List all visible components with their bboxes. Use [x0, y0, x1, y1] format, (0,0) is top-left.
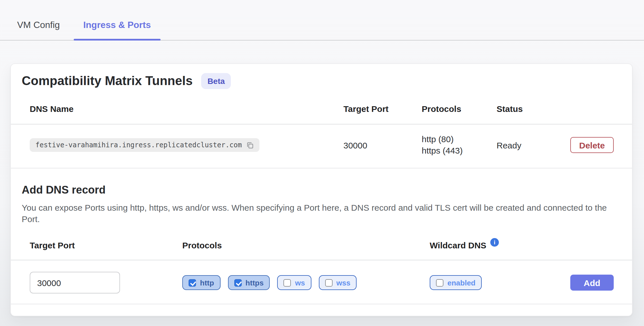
- label-protocols: Protocols: [182, 240, 430, 250]
- add-form-header: Target Port Protocols Wildcard DNS i: [11, 240, 632, 260]
- add-button[interactable]: Add: [570, 275, 614, 291]
- col-header-status: Status: [497, 104, 570, 114]
- protocol-checkbox-group: http https ws wss: [182, 275, 430, 290]
- tunnels-table-header: DNS Name Target Port Protocols Status: [11, 104, 632, 124]
- row-target-port: 30000: [343, 140, 422, 150]
- col-header-dns-name: DNS Name: [30, 104, 343, 114]
- row-protocol-https: https (443): [422, 145, 497, 156]
- wildcard-enabled-checkbox[interactable]: enabled: [430, 275, 482, 290]
- protocol-label-http: http: [200, 278, 214, 287]
- dns-name-pill: festive-varahamihira.ingress.replicatedc…: [30, 138, 259, 152]
- col-header-protocols: Protocols: [422, 104, 497, 114]
- protocol-label-https: https: [245, 278, 264, 287]
- beta-badge: Beta: [201, 73, 231, 89]
- label-target-port: Target Port: [30, 240, 182, 250]
- dns-name-text: festive-varahamihira.ingress.replicatedc…: [35, 141, 242, 149]
- protocol-label-wss: wss: [336, 278, 350, 287]
- info-icon[interactable]: i: [490, 238, 499, 247]
- protocol-label-ws: ws: [295, 278, 305, 287]
- tab-vm-config[interactable]: VM Config: [17, 10, 60, 40]
- protocol-checkbox-http[interactable]: http: [182, 275, 220, 290]
- ingress-ports-page: VM Config Ingress & Ports Compatibility …: [0, 0, 644, 326]
- col-header-target-port: Target Port: [343, 104, 422, 114]
- protocol-checkbox-wss[interactable]: wss: [319, 275, 357, 290]
- compatibility-matrix-tunnels-card: Compatibility Matrix Tunnels Beta DNS Na…: [10, 63, 633, 316]
- card-header: Compatibility Matrix Tunnels Beta: [11, 64, 632, 89]
- row-protocol-http: http (80): [422, 134, 497, 145]
- checkbox-unchecked-icon: [436, 279, 443, 286]
- checkbox-checked-icon: [189, 279, 196, 286]
- table-row: festive-varahamihira.ingress.replicatedc…: [11, 124, 632, 168]
- add-dns-record-description: You can expose Ports using http, https, …: [22, 202, 619, 224]
- add-form-row: http https ws wss enabled: [11, 260, 632, 304]
- add-dns-record-title: Add DNS record: [22, 183, 621, 197]
- card-title: Compatibility Matrix Tunnels: [22, 73, 193, 89]
- protocol-checkbox-ws[interactable]: ws: [277, 275, 311, 290]
- checkbox-unchecked-icon: [325, 279, 332, 286]
- delete-button[interactable]: Delete: [570, 137, 614, 153]
- target-port-input[interactable]: [30, 272, 120, 293]
- wildcard-enabled-label: enabled: [447, 278, 475, 287]
- tab-bar: VM Config Ingress & Ports: [0, 0, 644, 41]
- protocol-checkbox-https[interactable]: https: [228, 275, 270, 290]
- row-status: Ready: [497, 140, 570, 150]
- checkbox-unchecked-icon: [284, 279, 291, 286]
- tab-ingress-ports[interactable]: Ingress & Ports: [73, 10, 161, 40]
- checkbox-checked-icon: [234, 279, 241, 286]
- copy-icon[interactable]: [246, 141, 254, 149]
- label-wildcard-dns: Wildcard DNS: [430, 240, 486, 250]
